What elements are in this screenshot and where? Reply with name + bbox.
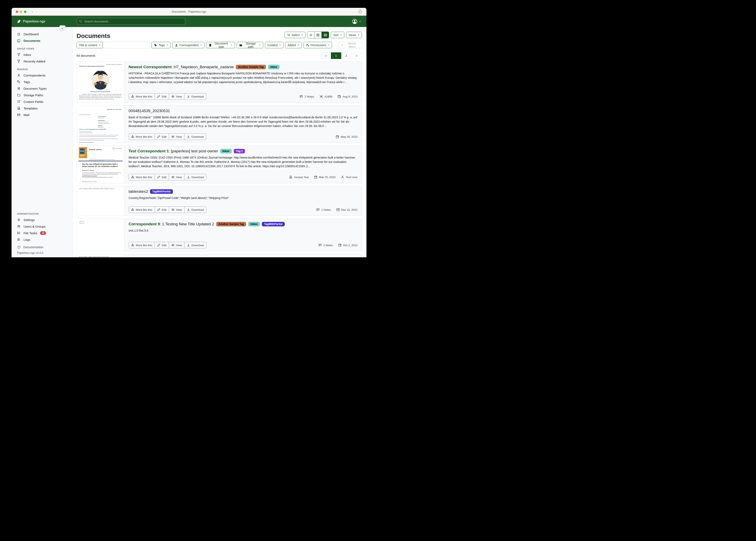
zoom-window-button[interactable] [24,11,26,13]
page-next-button[interactable]: » [352,52,362,59]
page-prev-button[interactable]: « [320,52,331,59]
document-thumbnail[interactable]: one,1.0 five,5.0 [77,219,124,251]
tag-tagwithpartial[interactable]: TagWithPartial [150,189,173,194]
pencil-icon [157,135,160,138]
close-window-button[interactable] [16,11,18,13]
documents-page: Documents Select [73,27,366,257]
sidebar-item-settings[interactable]: Settings [12,217,73,223]
filter-document-type-button[interactable]: Document type [206,42,235,48]
more-like-this-button[interactable]: More like this [129,207,155,213]
download-button[interactable]: Download [184,174,206,181]
browser-forward-icon[interactable]: › [37,10,38,13]
filter-tags-button[interactable]: Tags [151,42,171,48]
share-icon[interactable] [358,9,362,13]
sidebar-item-templates[interactable]: Templates [12,105,73,112]
view-button[interactable]: View [169,174,184,181]
page-2-button[interactable]: 2 [341,52,352,59]
document-title[interactable]: 0004814539_20230531 [129,109,170,113]
list-view-button[interactable] [307,32,314,38]
edit-button[interactable]: Edit [155,133,169,140]
grid-view-button[interactable] [314,32,322,38]
more-like-this-button[interactable]: More like this [129,174,155,181]
more-like-this-button[interactable]: More like this [129,133,155,140]
reset-filters-button[interactable]: Reset filters [339,42,362,48]
pencil-icon [157,95,160,98]
filter-query-input[interactable] [103,42,150,48]
tag-another-sample-tag[interactable]: Another Sample Tag [216,222,246,227]
filter-permissions-button[interactable]: Permissions [303,42,332,48]
browser-back-icon[interactable]: ‹ [32,10,33,13]
more-like-this-button[interactable]: More like this [129,93,155,100]
view-button[interactable]: View [169,93,184,100]
download-button[interactable]: Download [184,242,206,249]
document-thumbnail[interactable]: Country,Region/State,"Zip/Postal Code","… [77,186,124,216]
document-card: MEDICAL TEACHER Taylor & Francis Medical… [77,146,362,183]
sidebar-item-documents[interactable]: Documents [12,37,73,44]
edit-button[interactable]: Edit [155,93,169,100]
window-title: Documents - Paperless-ngx [12,10,366,13]
page-1-button[interactable]: 1 [331,52,341,59]
sidebar-item-dashboard[interactable]: Dashboard [12,31,73,37]
user-menu[interactable] [352,19,361,24]
minimize-window-button[interactable] [20,11,22,13]
meta-2-notes[interactable]: 2 Notes [300,95,314,98]
view-button[interactable]: View [169,133,184,140]
select-button[interactable]: Select [285,32,305,38]
sidebar-item-document-types[interactable]: Document Types [12,85,73,92]
sidebar-item-file-tasks[interactable]: File Tasks 16 [12,230,73,236]
filter-field-dropdown[interactable]: Title & content [77,42,103,48]
tag-inbox[interactable]: Inbox [220,149,232,154]
document-correspondent[interactable]: Test Correspondent 1 [129,149,169,153]
filter-storage-path-button[interactable]: Storage path [237,42,263,48]
meta-dec-11-2022: Dec 11, 2022 [336,208,358,211]
sidebar-item-custom-fields[interactable]: Custom Fields [12,98,73,105]
sidebar-item-mail[interactable]: Mail [12,112,73,118]
filter-correspondent-button[interactable]: Correspondent [172,42,204,48]
document-thumbnail[interactable]: Serial Number,Company Name,Employee Mark… [77,254,124,257]
view-button[interactable]: View [169,242,184,249]
tag-tagwithpartial[interactable]: TagWithPartial [262,222,285,227]
search-input[interactable] [84,20,183,23]
document-title[interactable]: tablerates2 [129,189,148,194]
tag-tag-2[interactable]: Tag 2 [234,149,245,154]
download-icon [187,95,190,98]
filter-created-button[interactable]: Created [265,42,283,48]
sidebar-item-inbox[interactable]: Inbox [12,51,73,58]
sidebar-item-users-groups[interactable]: Users & Groups [12,223,73,230]
filter-added-button[interactable]: Added [285,42,302,48]
sidebar-item-storage-paths[interactable]: Storage Paths [12,92,73,98]
more-like-this-button[interactable]: More like this [129,242,155,249]
meta-1-notes[interactable]: 1 Notes [316,208,331,211]
sidebar-collapse-button[interactable]: « [59,25,65,31]
document-correspondent[interactable]: Newest Correspondent [129,65,171,69]
download-button[interactable]: Download [184,207,206,213]
document-title[interactable]: [paperless] test post-owner [171,149,218,153]
document-correspondent[interactable]: Correspondent 9 [129,222,160,226]
cards-icon [324,33,327,37]
document-title[interactable]: 1 Testing New Title Updated 2 [162,222,214,226]
sidebar-item-logs[interactable]: Logs [12,236,73,243]
tag-another-sample-tag[interactable]: Another Sample Tag [236,65,266,70]
meta-1-notes[interactable]: 1 Notes [318,244,333,247]
sort-button[interactable]: Sort [331,32,344,38]
sidebar-item-tags[interactable]: Tags [12,79,73,85]
sidebar-item-correspondents[interactable]: Correspondents [12,72,73,79]
download-button[interactable]: Download [184,93,206,100]
edit-button[interactable]: Edit [155,207,169,213]
download-button[interactable]: Download [184,133,206,140]
document-title[interactable]: H7_Napoleon_Bonaparte_zadanie [174,65,234,69]
document-thumbnail[interactable]: HISTORIA - PRACA DLA CHĘTNYCH Francja po… [77,62,124,103]
document-thumbnail[interactable]: MEDICAL TEACHER Taylor & Francis Medical… [77,146,124,183]
edit-button[interactable]: Edit [155,174,169,181]
sidebar-item-recently-added[interactable]: Recently Added [12,58,73,65]
detail-view-button[interactable] [322,32,329,38]
view-button[interactable]: View [169,207,184,213]
views-button[interactable]: Views [346,32,362,38]
document-actions: More like thisEditViewDownload [129,133,206,140]
edit-button[interactable]: Edit [155,242,169,249]
tag-inbox[interactable]: Inbox [268,65,280,70]
tag-inbox[interactable]: Inbox [248,222,260,227]
document-thumbnail[interactable]: ✿ BANK OF SCOTLAND 2,0 % p. a. auf Ihr T… [77,106,124,143]
app-brand[interactable]: Paperless-ngx [17,19,45,24]
sidebar-item-documentation[interactable]: Documentation [12,244,73,250]
